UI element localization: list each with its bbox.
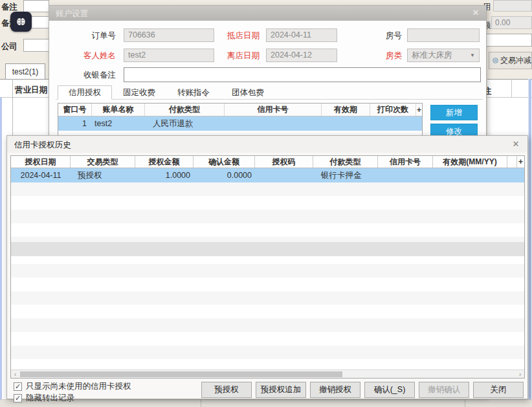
show-unused-auth-checkbox-row[interactable]: ✓ 只显示尚未使用的信用卡授权 (14, 381, 131, 392)
tab-fixed-charges[interactable]: 固定收费 (112, 85, 166, 100)
col-auth-date[interactable]: 授权日期 (11, 156, 71, 168)
col-expiry-mmyy[interactable]: 有效期(MM/YY) (433, 156, 507, 168)
auth-history-row-selected[interactable]: 2024-04-11 预授权 1.0000 0.0000 银行卡押金 (11, 168, 524, 182)
cell-trans-type: 预授权 (71, 170, 135, 181)
account-dialog-title: 账户设置 (56, 8, 88, 19)
room-no-label: 房号 (363, 30, 402, 41)
tab-account-test2[interactable]: test2(1) (5, 63, 45, 80)
cell-window-no: 1 (58, 119, 92, 128)
cashier-note-label: 收银备注 (67, 70, 116, 81)
col-confirm-amount[interactable]: 确认金额 (194, 156, 255, 168)
preauth-add-button[interactable]: 预授权追加 (256, 382, 306, 398)
group-row (11, 242, 524, 256)
chevron-down-icon: ▼ (470, 52, 475, 58)
preauth-button[interactable]: 预授权 (201, 382, 252, 398)
account-dialog-titlebar[interactable]: 账户设置 ✕ (49, 6, 486, 21)
history-dialog-title: 信用卡授权历史 (14, 140, 71, 151)
departure-date-field: 2024-04-12 (266, 49, 337, 62)
room-type-select[interactable]: 标准大床房 ▼ (407, 49, 480, 62)
tab-group-package[interactable]: 团体包费 (221, 85, 275, 100)
brain-overlay-icon[interactable] (10, 12, 32, 32)
empty-rows-area (11, 182, 524, 369)
hide-transferred-records-label: 隐藏转出记录 (26, 393, 74, 404)
checkbox-checked-icon[interactable]: ✓ (14, 382, 22, 391)
fee-input (493, 0, 532, 12)
confirm-button[interactable]: 确认(_S) (364, 382, 415, 398)
hide-transferred-records-checkbox-row[interactable]: ✓ 隐藏转出记录 (14, 393, 74, 404)
show-unused-auth-label: 只显示尚未使用的信用卡授权 (26, 381, 131, 392)
credit-card-auth-history-dialog: 信用卡授权历史 ✕ 授权日期 交易类型 授权金额 确认金额 授权码 付款类型 信… (6, 135, 528, 399)
arrival-date-label: 抵店日期 (211, 30, 260, 41)
add-column-icon[interactable]: + (416, 104, 422, 116)
company-input[interactable] (23, 39, 49, 52)
cell-confirm-amount: 0.0000 (194, 171, 255, 180)
room-type-label: 房类 (363, 50, 402, 61)
cell-bill-name: test2 (92, 119, 145, 128)
tab-transfer-instructions[interactable]: 转账指令 (166, 85, 221, 100)
close-button[interactable]: 关闭 (473, 382, 524, 398)
history-dialog-titlebar[interactable]: 信用卡授权历史 ✕ (7, 136, 527, 153)
room-type-value: 标准大床房 (412, 50, 452, 61)
brain-icon (16, 17, 27, 27)
table-row[interactable]: 1 test2 人民币退款 (58, 116, 422, 131)
credit-auth-table-header: 窗口号 账单名称 付款类型 信用卡号 有效期 打印次数 + (58, 104, 422, 116)
company-label: 公司 (1, 41, 17, 52)
auth-history-table-header: 授权日期 交易类型 授权金额 确认金额 授权码 付款类型 信用卡号 有效期(MM… (11, 156, 524, 168)
cell-pay-type: 人民币退款 (145, 118, 225, 129)
departure-date-label: 离店日期 (211, 50, 260, 61)
right-scroll-stripe[interactable] (528, 79, 531, 399)
col-card-no[interactable]: 信用卡号 (378, 156, 433, 168)
account-dialog-tabs: 信用授权 固定收费 转账指令 团体包费 (58, 85, 275, 100)
guest-name-field: test2 (124, 49, 214, 62)
order-no-label: 订单号 (67, 30, 116, 41)
add-button[interactable]: 新增 (430, 105, 478, 120)
order-no-field: 706636 (124, 28, 214, 42)
revoke-confirm-button[interactable]: 撤销确认 (419, 382, 469, 398)
auth-history-table: 授权日期 交易类型 授权金额 确认金额 授权码 付款类型 信用卡号 有效期(MM… (10, 155, 525, 379)
col-bill-name[interactable]: 账单名称 (92, 104, 145, 116)
col-trans-type[interactable]: 交易类型 (71, 156, 135, 168)
account-dialog-close-icon[interactable]: ✕ (471, 8, 481, 17)
business-date-column-header: 营业日期 (15, 85, 47, 96)
add-column-icon[interactable]: + (517, 156, 524, 168)
col-pay-type[interactable]: 付款类型 (313, 156, 378, 168)
amount-input: 0.00 (491, 16, 532, 29)
col-window-no[interactable]: 窗口号 (58, 104, 92, 116)
guest-name-label: 客人姓名 (67, 50, 116, 61)
col-auth-code[interactable]: 授权码 (255, 156, 313, 168)
background-bottom-strip (0, 399, 532, 407)
cell-auth-date: 2024-04-11 (11, 171, 71, 180)
col-card-no[interactable]: 信用卡号 (225, 104, 322, 116)
cashier-note-input[interactable] (124, 67, 481, 82)
col-auth-amount[interactable]: 授权金额 (135, 156, 194, 168)
transaction-reverse-icon (493, 56, 498, 65)
col-pay-type[interactable]: 付款类型 (145, 104, 225, 116)
transaction-reverse-button[interactable]: 交易冲减 (489, 52, 532, 69)
arrival-date-field: 2024-04-11 (266, 28, 337, 42)
scroll-left-icon[interactable]: ‹ (11, 370, 19, 378)
scroll-right-icon[interactable]: › (516, 370, 524, 378)
revoke-auth-button[interactable]: 撤销授权 (310, 382, 360, 398)
cell-pay-type: 银行卡押金 (313, 170, 378, 181)
right-blank-input[interactable] (482, 34, 532, 47)
col-expiry[interactable]: 有效期 (322, 104, 370, 116)
transaction-reverse-label: 交易冲减 (500, 55, 531, 66)
tab-account-label: test2(1) (12, 67, 39, 76)
cell-auth-amount: 1.0000 (135, 171, 194, 180)
note-input[interactable] (23, 0, 49, 12)
room-no-field (407, 28, 480, 42)
checkbox-checked-icon[interactable]: ✓ (14, 394, 22, 402)
horizontal-scrollbar[interactable]: ‹ › (11, 369, 524, 378)
tab-credit-authorization[interactable]: 信用授权 (58, 85, 112, 100)
col-print-count[interactable]: 打印次数 (370, 104, 416, 116)
left-column-stripe (0, 97, 2, 407)
history-dialog-close-icon[interactable]: ✕ (511, 139, 521, 149)
screen: 备注 备注 公司 test2(1) 营业日期 用 额 0.00 交易冲减 注 (0, 0, 532, 407)
scrollbar-thumb[interactable] (20, 371, 342, 377)
